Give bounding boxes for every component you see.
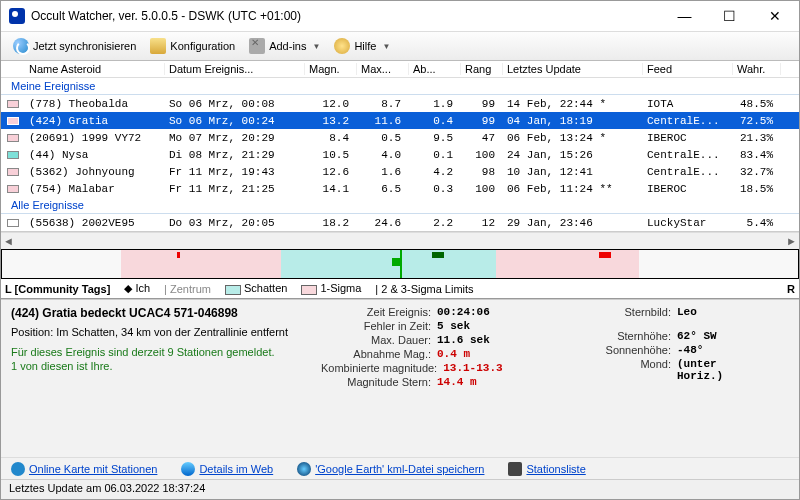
earth-icon (297, 462, 311, 476)
sync-button[interactable]: Jetzt synchronisieren (7, 34, 142, 58)
window-title: Occult Watcher, ver. 5.0.0.5 - DSWK (UTC… (31, 9, 662, 23)
toolbar: Jetzt synchronisieren Konfiguration Add-… (1, 31, 799, 61)
chevron-down-icon: ▼ (382, 42, 390, 51)
legend: L [Community Tags] ◆ Ich | Zentrum Schat… (1, 279, 799, 299)
titlebar: Occult Watcher, ver. 5.0.0.5 - DSWK (UTC… (1, 1, 799, 31)
help-button[interactable]: Hilfe▼ (328, 34, 396, 58)
status-bar: Letztes Update am 06.03.2022 18:37:24 (1, 479, 799, 499)
section-header: Meine Ereignisse (1, 78, 799, 95)
table-row[interactable]: (20691) 1999 VY72Mo 07 Mrz, 20:298.40.59… (1, 129, 799, 146)
table-row[interactable]: (44) NysaDi 08 Mrz, 21:2910.54.00.110024… (1, 146, 799, 163)
addins-icon (249, 38, 265, 54)
config-button[interactable]: Konfiguration (144, 34, 241, 58)
table-row[interactable]: (424) GratiaSo 06 Mrz, 00:2413.211.60.49… (1, 112, 799, 129)
addins-button[interactable]: Add-ins▼ (243, 34, 326, 58)
table-header[interactable]: Name AsteroidDatum Ereignis... Magn.Max.… (1, 61, 799, 78)
details-panel: (424) Gratia bedeckt UCAC4 571-046898 Po… (1, 299, 799, 457)
config-icon (150, 38, 166, 54)
list-link[interactable]: Stationsliste (508, 462, 585, 476)
minimize-button[interactable]: — (662, 2, 707, 30)
h-scrollbar[interactable]: ◄► (1, 232, 799, 249)
web-link[interactable]: Details im Web (181, 462, 273, 476)
table-row[interactable]: (55638) 2002VE95Do 03 Mrz, 20:0518.224.6… (1, 214, 799, 231)
table-row[interactable]: (778) TheobaldaSo 06 Mrz, 00:0812.08.71.… (1, 95, 799, 112)
timeline[interactable] (1, 249, 799, 279)
ge-link[interactable]: 'Google Earth' kml-Datei speichern (297, 462, 484, 476)
chevron-down-icon: ▼ (312, 42, 320, 51)
table-row[interactable]: (754) MalabarFr 11 Mrz, 21:2514.16.50.31… (1, 180, 799, 197)
list-icon (508, 462, 522, 476)
events-table: Name AsteroidDatum Ereignis... Magn.Max.… (1, 61, 799, 232)
help-icon (334, 38, 350, 54)
section-header: Alle Ereignisse (1, 197, 799, 214)
app-icon (9, 8, 25, 24)
sync-icon (13, 38, 29, 54)
detail-position: Position: Im Schatten, 34 km von der Zen… (11, 326, 311, 338)
detail-stations: Für dieses Ereignis sind derzeit 9 Stati… (11, 346, 311, 358)
detail-title: (424) Gratia bedeckt UCAC4 571-046898 (11, 306, 311, 320)
table-row[interactable]: (5362) JohnyoungFr 11 Mrz, 19:4312.61.64… (1, 163, 799, 180)
links-bar: Online Karte mit Stationen Details im We… (1, 457, 799, 479)
globe-icon (11, 462, 25, 476)
close-button[interactable]: ✕ (752, 2, 797, 30)
ie-icon (181, 462, 195, 476)
map-link[interactable]: Online Karte mit Stationen (11, 462, 157, 476)
maximize-button[interactable]: ☐ (707, 2, 752, 30)
